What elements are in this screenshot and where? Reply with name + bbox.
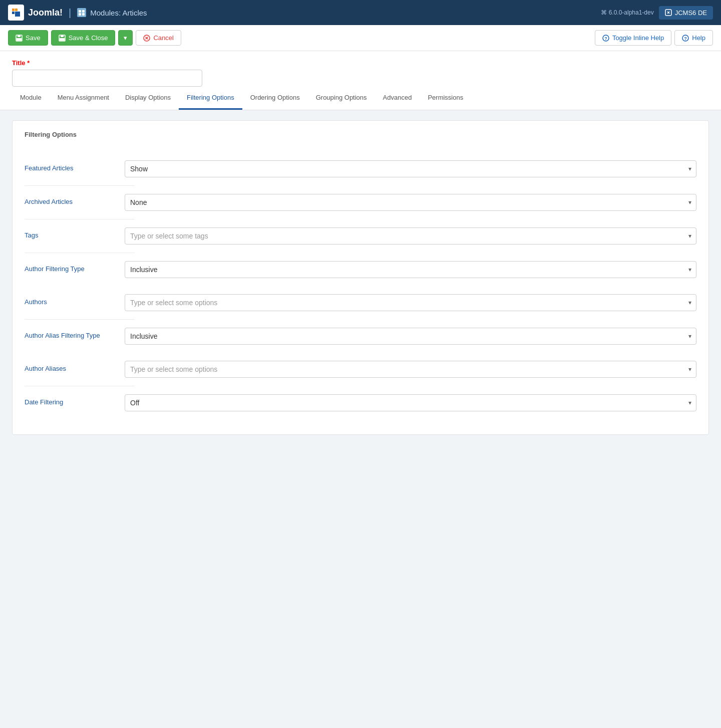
tags-label: Tags	[25, 227, 125, 239]
authors-select[interactable]: Type or select some options	[125, 294, 696, 311]
svg-rect-4	[79, 13, 81, 16]
svg-text:?: ?	[684, 36, 687, 41]
tab-permissions-label: Permissions	[428, 94, 463, 101]
featured-articles-select[interactable]: Show Hide Only	[125, 160, 696, 177]
toolbar-help: ? Toggle Inline Help ? Help	[595, 30, 713, 46]
tags-field: Type or select some tags ▾	[125, 227, 696, 245]
author-filtering-type-field: Inclusive Exclusive ▾	[125, 261, 696, 278]
svg-text:?: ?	[604, 36, 607, 41]
brand-name: Joomla!	[28, 8, 63, 18]
ext-button-label: JCMS6 DE	[675, 9, 707, 17]
author-aliases-select[interactable]: Type or select some options	[125, 361, 696, 378]
filtering-options-fieldset: Filtering Options Featured Articles Show…	[12, 120, 709, 435]
author-filtering-type-row: Author Filtering Type Inclusive Exclusiv…	[25, 253, 696, 286]
help-button[interactable]: ? Help	[674, 30, 713, 46]
date-filtering-field: Off On ▾	[125, 394, 696, 411]
dropdown-button[interactable]: ▾	[118, 30, 133, 46]
tab-grouping-options[interactable]: Grouping Options	[308, 87, 375, 110]
cancel-icon	[143, 35, 150, 42]
archived-articles-field: None Show Only ▾	[125, 194, 696, 211]
main-content: Filtering Options Featured Articles Show…	[0, 110, 721, 445]
ext-button[interactable]: JCMS6 DE	[659, 6, 713, 20]
tab-ordering-options[interactable]: Ordering Options	[242, 87, 308, 110]
author-alias-filtering-type-select[interactable]: Inclusive Exclusive	[125, 328, 696, 345]
author-alias-filtering-type-select-wrap: Inclusive Exclusive ▾	[125, 328, 696, 345]
save-label: Save	[26, 34, 41, 42]
featured-articles-field: Show Hide Only ▾	[125, 160, 696, 177]
svg-rect-2	[79, 10, 81, 13]
tab-filtering-options[interactable]: Filtering Options	[179, 87, 242, 110]
save-close-icon	[59, 35, 66, 42]
featured-articles-row: Featured Articles Show Hide Only ▾	[25, 152, 696, 185]
modules-icon	[77, 8, 86, 17]
date-filtering-row: Date Filtering Off On ▾	[25, 386, 696, 419]
version-badge: ⌘ 6.0.0-alpha1-dev	[601, 9, 653, 16]
toolbar-actions: Save Save & Close ▾ Cancel	[8, 30, 181, 46]
author-alias-filtering-type-label: Author Alias Filtering Type	[25, 328, 125, 339]
authors-select-wrap: Type or select some options ▾	[125, 294, 696, 311]
author-filtering-type-label: Author Filtering Type	[25, 261, 125, 273]
authors-field: Type or select some options ▾	[125, 294, 696, 311]
date-filtering-select-wrap: Off On ▾	[125, 394, 696, 411]
featured-articles-select-wrap: Show Hide Only ▾	[125, 160, 696, 177]
tab-module-label: Module	[20, 94, 42, 101]
cancel-button[interactable]: Cancel	[136, 30, 181, 46]
svg-rect-3	[82, 10, 85, 13]
tab-grouping-options-label: Grouping Options	[316, 94, 367, 101]
tags-select[interactable]: Type or select some tags	[125, 227, 696, 245]
svg-rect-12	[60, 38, 65, 41]
cancel-label: Cancel	[153, 34, 173, 42]
author-alias-filtering-type-field: Inclusive Exclusive ▾	[125, 328, 696, 345]
date-filtering-select[interactable]: Off On	[125, 394, 696, 411]
tab-advanced-label: Advanced	[383, 94, 412, 101]
tab-permissions[interactable]: Permissions	[420, 87, 471, 110]
page-title-text: Modules: Articles	[90, 9, 147, 17]
svg-rect-9	[17, 38, 22, 41]
authors-label: Authors	[25, 294, 125, 306]
author-aliases-label: Author Aliases	[25, 361, 125, 372]
save-icon	[16, 35, 23, 42]
save-button[interactable]: Save	[8, 30, 48, 46]
title-label: Title *	[12, 59, 709, 67]
help-label: Help	[692, 34, 705, 42]
tab-display-options[interactable]: Display Options	[117, 87, 179, 110]
navbar-right: ⌘ 6.0.0-alpha1-dev JCMS6 DE	[601, 6, 713, 20]
toggle-inline-help-button[interactable]: ? Toggle Inline Help	[595, 30, 671, 46]
save-close-button[interactable]: Save & Close	[51, 30, 116, 46]
tab-display-options-label: Display Options	[125, 94, 171, 101]
author-filtering-type-select-wrap: Inclusive Exclusive ▾	[125, 261, 696, 278]
svg-rect-11	[61, 35, 64, 37]
required-asterisk: *	[27, 59, 30, 67]
tab-advanced[interactable]: Advanced	[375, 87, 420, 110]
nav-separator: |	[69, 7, 71, 19]
svg-rect-1	[77, 8, 86, 17]
date-filtering-label: Date Filtering	[25, 394, 125, 406]
title-input[interactable]	[12, 70, 202, 87]
toggle-inline-help-label: Toggle Inline Help	[612, 34, 664, 42]
help-icon: ?	[682, 35, 689, 42]
author-alias-filtering-type-row: Author Alias Filtering Type Inclusive Ex…	[25, 320, 696, 353]
tab-module[interactable]: Module	[12, 87, 50, 110]
archived-articles-select[interactable]: None Show Only	[125, 194, 696, 211]
fieldset-legend: Filtering Options	[25, 131, 696, 142]
tab-menu-assignment-label: Menu Assignment	[58, 94, 109, 101]
archived-articles-select-wrap: None Show Only ▾	[125, 194, 696, 211]
author-aliases-select-wrap: Type or select some options ▾	[125, 361, 696, 378]
author-filtering-type-select[interactable]: Inclusive Exclusive	[125, 261, 696, 278]
page-title-nav: Modules: Articles	[77, 8, 147, 17]
navbar-left: Joomla! | Modules: Articles	[8, 5, 147, 21]
brand: Joomla!	[8, 5, 63, 21]
svg-rect-8	[18, 35, 21, 37]
tab-filtering-options-label: Filtering Options	[187, 94, 234, 101]
ext-icon	[665, 9, 672, 16]
featured-articles-label: Featured Articles	[25, 160, 125, 172]
author-aliases-field: Type or select some options ▾	[125, 361, 696, 378]
tags-row: Tags Type or select some tags ▾	[25, 219, 696, 253]
author-aliases-row: Author Aliases Type or select some optio…	[25, 353, 696, 386]
tab-menu-assignment[interactable]: Menu Assignment	[50, 87, 117, 110]
title-text: Title	[12, 59, 26, 67]
toolbar: Save Save & Close ▾ Cancel ?	[0, 25, 721, 51]
archived-articles-row: Archived Articles None Show Only ▾	[25, 186, 696, 219]
archived-articles-label: Archived Articles	[25, 194, 125, 205]
authors-row: Authors Type or select some options ▾	[25, 286, 696, 319]
